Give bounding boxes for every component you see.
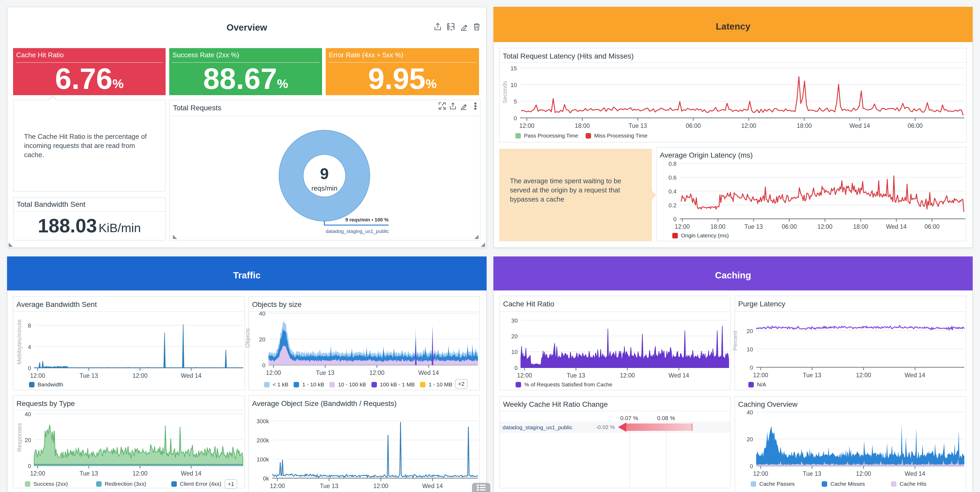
svg-text:Tue 13: Tue 13	[80, 470, 98, 477]
svg-text:06:00: 06:00	[686, 122, 701, 129]
svg-text:12:00: 12:00	[675, 223, 690, 230]
svg-text:Wed 14: Wed 14	[422, 482, 443, 489]
svg-text:Wed 14: Wed 14	[905, 470, 926, 477]
svg-text:-0.02 %: -0.02 %	[596, 424, 615, 430]
svg-text:0: 0	[750, 463, 753, 470]
svg-text:8: 8	[28, 322, 31, 329]
svg-text:0: 0	[673, 216, 676, 222]
svg-text:0: 0	[514, 115, 517, 121]
svg-text:10: 10	[747, 346, 753, 353]
svg-text:200k: 200k	[256, 437, 269, 444]
svg-text:18:00: 18:00	[797, 122, 812, 129]
svg-text:Tue 13: Tue 13	[745, 223, 763, 230]
svg-text:0: 0	[262, 362, 266, 369]
svg-text:12:00: 12:00	[519, 122, 535, 129]
svg-text:12:00: 12:00	[856, 470, 871, 477]
svg-text:Wed 14: Wed 14	[905, 372, 926, 379]
svg-text:300k: 300k	[256, 418, 269, 425]
svg-text:0: 0	[28, 365, 31, 372]
svg-text:0: 0	[750, 364, 753, 371]
svg-text:5: 5	[514, 98, 517, 105]
svg-text:12:00: 12:00	[132, 470, 148, 477]
svg-text:0.08 %: 0.08 %	[657, 415, 675, 422]
svg-text:18:00: 18:00	[575, 122, 590, 129]
svg-text:12:00: 12:00	[30, 372, 45, 379]
svg-text:12:00: 12:00	[369, 369, 385, 376]
svg-text:30: 30	[511, 317, 518, 324]
svg-text:12:00: 12:00	[30, 470, 45, 477]
svg-text:20: 20	[747, 436, 753, 442]
svg-text:0.07 %: 0.07 %	[620, 415, 638, 422]
svg-text:12:00: 12:00	[373, 482, 388, 489]
svg-text:20: 20	[25, 437, 31, 443]
svg-text:10: 10	[511, 349, 518, 355]
svg-text:06:00: 06:00	[924, 223, 940, 230]
svg-text:Tue 13: Tue 13	[628, 122, 647, 129]
svg-text:12:00: 12:00	[270, 482, 285, 489]
svg-text:12:00: 12:00	[132, 372, 148, 379]
svg-text:12:00: 12:00	[753, 470, 768, 477]
svg-text:0.6: 0.6	[668, 174, 676, 181]
svg-text:0k: 0k	[263, 475, 269, 482]
svg-text:40: 40	[747, 409, 753, 416]
svg-text:Wed 14: Wed 14	[181, 372, 202, 379]
svg-text:Tue 13: Tue 13	[80, 372, 98, 379]
svg-text:Wed 14: Wed 14	[669, 372, 689, 379]
svg-text:Tue 13: Tue 13	[316, 369, 334, 376]
svg-text:06:00: 06:00	[908, 122, 923, 129]
svg-text:20: 20	[259, 336, 266, 343]
svg-text:12:00: 12:00	[620, 372, 635, 379]
svg-text:100k: 100k	[256, 456, 269, 463]
svg-text:12:00: 12:00	[856, 372, 871, 379]
svg-text:18:00: 18:00	[710, 223, 725, 230]
svg-text:20: 20	[747, 328, 753, 334]
svg-text:4: 4	[28, 344, 31, 350]
svg-text:40: 40	[25, 411, 31, 417]
svg-text:12:00: 12:00	[753, 372, 768, 379]
svg-text:Wed 14: Wed 14	[418, 369, 439, 376]
svg-text:Tue 13: Tue 13	[803, 470, 821, 477]
svg-text:20: 20	[511, 333, 518, 340]
svg-text:12:00: 12:00	[517, 372, 532, 379]
svg-text:10: 10	[511, 82, 517, 88]
svg-text:Tue 13: Tue 13	[803, 372, 821, 379]
svg-text:0.4: 0.4	[668, 188, 676, 195]
svg-text:0.8: 0.8	[668, 161, 676, 167]
svg-text:Tue 13: Tue 13	[567, 372, 585, 379]
svg-text:Wed 14: Wed 14	[850, 122, 870, 129]
svg-text:18:00: 18:00	[853, 223, 868, 230]
svg-text:0: 0	[515, 365, 518, 371]
svg-text:12:00: 12:00	[818, 223, 833, 230]
svg-text:0.2: 0.2	[668, 202, 676, 209]
svg-text:Tue 13: Tue 13	[320, 482, 339, 489]
svg-text:06:00: 06:00	[782, 223, 797, 230]
svg-text:15: 15	[511, 65, 517, 72]
svg-text:12:00: 12:00	[266, 369, 281, 376]
svg-text:40: 40	[259, 311, 266, 317]
svg-text:datadog_staging_us1_public: datadog_staging_us1_public	[503, 424, 572, 431]
svg-text:Wed 14: Wed 14	[886, 223, 907, 230]
svg-text:0: 0	[28, 463, 31, 469]
svg-text:Wed 14: Wed 14	[181, 470, 202, 477]
svg-text:12:00: 12:00	[741, 122, 756, 129]
